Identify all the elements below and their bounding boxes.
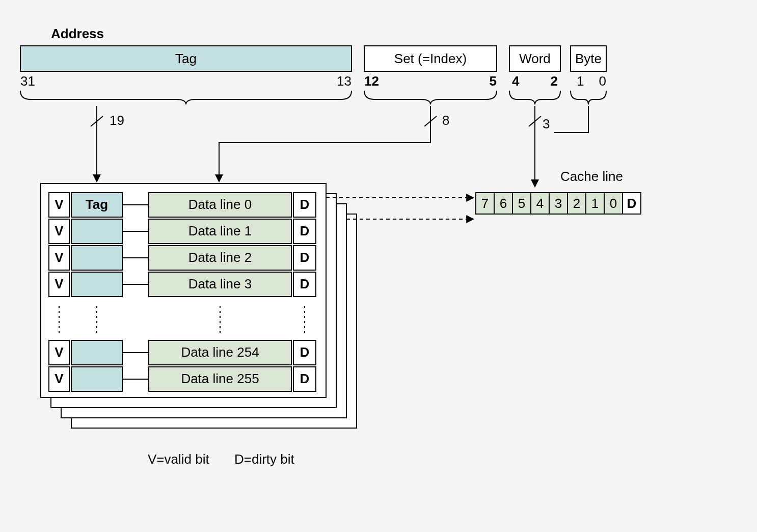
field-tag-label: Tag [175,51,197,66]
underbraces [20,91,606,104]
cache-line-cell: 6 [500,196,507,211]
svg-rect-47 [71,340,122,365]
cache-row: V Data line 255 D [49,367,316,391]
dirty-bit-cell: D [300,276,310,291]
cache-row: V Data line 3 D [49,272,316,297]
cache-row: V Data line 2 D [49,246,316,270]
field-word-label: Word [519,51,551,66]
field-tag-lo: 13 [337,73,352,89]
data-line-label: Data line 0 [188,197,252,212]
data-line-label: Data line 3 [188,276,252,291]
field-set-hi: 12 [364,73,379,89]
field-byte-label: Byte [575,51,602,66]
address-title: Address [51,26,104,41]
cache-line-cell: 0 [610,196,617,211]
field-word-hi: 4 [512,73,520,89]
field-set-lo: 5 [490,73,497,89]
address-field-set: Set (=Index) 12 5 [364,46,497,89]
valid-bit-cell: V [55,250,64,265]
address-field-word: Word 4 2 [509,46,560,89]
tag-column-header: Tag [86,197,108,212]
cache-line-cell: 2 [573,196,580,211]
cache-way-front: V Tag Data line 0 D V Data line 1 D V Da… [49,193,316,391]
dirty-bit-header: D [300,197,310,212]
field-word-lo: 2 [551,73,558,89]
legend-valid: V=valid bit [148,451,209,467]
data-line-label: Data line 2 [188,250,252,265]
address-field-tag: Tag 31 13 [20,46,352,89]
dirty-bit-cell: D [300,223,310,238]
tag-width: 19 [110,113,124,128]
field-tag-hi: 31 [20,73,35,89]
cache-address-diagram: Address Tag 31 13 Set (=Index) 12 5 Word… [0,0,757,532]
address-field-byte: Byte 1 0 [571,46,606,89]
valid-bit-cell: V [55,371,64,386]
valid-bit-cell: V [55,276,64,291]
word-width: 3 [543,116,550,131]
field-arrows: 19 8 3 [91,106,588,186]
svg-rect-28 [71,219,122,244]
data-line-label: Data line 1 [188,223,252,238]
valid-bit-cell: V [55,344,64,360]
dirty-bit-cell: D [300,250,310,265]
cache-line-cells: 7 6 5 4 3 2 1 0 D [476,193,641,214]
svg-rect-52 [71,367,122,391]
svg-rect-38 [71,272,122,297]
svg-rect-33 [71,246,122,270]
field-byte-lo: 0 [599,73,606,89]
cache-line-cell: 4 [536,196,544,211]
legend-dirty: D=dirty bit [234,451,295,467]
dirty-bit-cell: D [300,344,310,360]
cache-line-cell: 1 [591,196,599,211]
cache-line-cell: D [627,196,637,211]
set-width: 8 [442,113,449,128]
cache-line-cell: 7 [481,196,489,211]
data-line-label: Data line 254 [181,344,259,360]
data-line-label: Data line 255 [181,371,259,386]
valid-bit-header: V [55,197,64,212]
cache-row: V Tag Data line 0 D [49,193,316,217]
field-byte-hi: 1 [577,73,584,89]
dirty-bit-cell: D [300,371,310,386]
cache-row: V Data line 1 D [49,219,316,244]
valid-bit-cell: V [55,223,64,238]
field-set-label: Set (=Index) [394,51,467,66]
cache-line-cell: 3 [555,196,562,211]
cache-line-cell: 5 [518,196,525,211]
cache-row: V Data line 254 D [49,340,316,365]
cache-line-label: Cache line [560,169,623,184]
